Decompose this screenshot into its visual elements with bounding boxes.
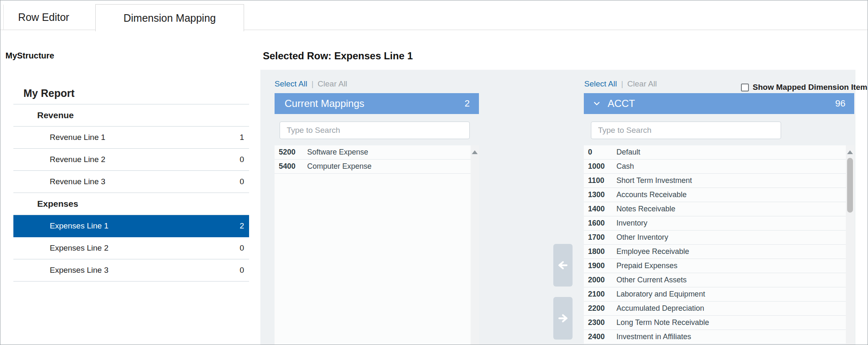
tree-row[interactable]: Expenses Line 2 0: [13, 237, 249, 259]
dimension-scrollbar-thumb[interactable]: [847, 158, 853, 213]
tree-row-label: Revenue Line 2: [50, 155, 239, 164]
dimension-list-item[interactable]: 2100 Laboratory and Equipment: [584, 287, 846, 302]
dimension-item-name: Long Term Note Receivable: [616, 318, 709, 327]
dimension-item-name: Accounts Receivable: [616, 190, 687, 199]
show-mapped-toggle[interactable]: Show Mapped Dimension Items: [741, 81, 853, 94]
mapping-list-item[interactable]: 5400 Computer Expense: [275, 160, 471, 174]
show-mapped-label: Show Mapped Dimension Items: [753, 83, 868, 92]
arrow-right-icon: [557, 312, 569, 325]
dimension-list-item[interactable]: 1700 Other Inventory: [584, 231, 846, 245]
dimension-list-item[interactable]: 1300 Accounts Receivable: [584, 188, 846, 202]
tree-row[interactable]: Expenses Line 3 0: [13, 259, 249, 282]
dimension-list-item[interactable]: 1800 Employee Receivable: [584, 245, 846, 259]
dimension-clear-all-link[interactable]: Clear All: [627, 79, 657, 89]
dimension-item-code: 1100: [588, 176, 606, 185]
scroll-up-icon[interactable]: [847, 150, 853, 154]
tree-row-label: Expenses Line 2: [50, 244, 239, 253]
mappings-clear-all-link[interactable]: Clear All: [318, 79, 347, 89]
dimension-list-item[interactable]: 2300 Long Term Note Receivable: [584, 316, 846, 330]
tree-row-label: Expenses: [37, 199, 244, 209]
report-tree: My Report Revenue Revenue Line 1 1 Reven…: [13, 82, 249, 282]
dimension-item-name: Inventory: [616, 219, 647, 228]
mapping-item-code: 5200: [279, 148, 297, 157]
mapping-item-code: 5400: [279, 162, 297, 171]
scroll-up-icon[interactable]: [472, 150, 478, 154]
dimension-item-name: Other Inventory: [616, 233, 668, 242]
show-mapped-checkbox[interactable]: [741, 84, 749, 91]
mapping-list-item[interactable]: 5200 Software Expense: [275, 145, 471, 160]
tree-row[interactable]: Revenue Line 2 0: [13, 149, 249, 171]
selected-row-heading: Selected Row: Expenses Line 1: [263, 50, 413, 62]
current-mappings-header: Current Mappings 2: [275, 93, 479, 114]
dimension-list-item[interactable]: 0 Default: [584, 145, 846, 160]
dimension-links-row: Select All | Clear All: [584, 78, 657, 90]
tree-row-label: Revenue Line 3: [50, 177, 239, 186]
dimension-item-name: Cash: [616, 162, 634, 171]
tree-row-label: Revenue: [37, 110, 244, 120]
tab-row-editor-label: Row Editor: [18, 11, 69, 23]
tab-dimension-mapping-label: Dimension Mapping: [124, 12, 216, 24]
link-separator: |: [311, 79, 313, 89]
mappings-scrollbar[interactable]: [471, 145, 479, 345]
dimension-list-item[interactable]: 2400 Investment in Affiliates: [584, 330, 846, 344]
current-mappings-title: Current Mappings: [285, 98, 465, 109]
arrow-left-icon: [557, 259, 569, 271]
dimension-item-code: 1800: [588, 247, 606, 256]
tree-row[interactable]: Expenses: [13, 193, 249, 215]
tree-row[interactable]: Revenue Line 1 1: [13, 127, 249, 149]
dimension-item-name: Prepaid Expenses: [616, 261, 677, 270]
dimension-item-code: 1400: [588, 205, 606, 213]
dimension-item-name: Investment in Affiliates: [616, 332, 691, 341]
dimension-item-code: 2300: [588, 318, 606, 327]
dimension-list-item[interactable]: 1900 Prepaid Expenses: [584, 259, 846, 273]
dimension-item-code: 1700: [588, 233, 606, 242]
dimension-item-code: 1300: [588, 190, 606, 199]
tree-row[interactable]: Expenses Line 1 2: [13, 215, 249, 237]
dimension-list-item[interactable]: 1000 Cash: [584, 160, 846, 174]
dimension-item-code: 1600: [588, 219, 606, 228]
dimension-item-code: 2100: [588, 290, 606, 299]
tab-row-editor[interactable]: Row Editor: [3, 5, 84, 30]
dimension-list-item[interactable]: 1600 Inventory: [584, 216, 846, 231]
mappings-select-all-link[interactable]: Select All: [275, 79, 307, 89]
dimension-list-item[interactable]: 2200 Accumulated Depreciation: [584, 302, 846, 316]
tree-row-count: 1: [239, 133, 244, 142]
tree-row[interactable]: My Report: [13, 82, 249, 104]
move-to-mappings-button[interactable]: [553, 244, 573, 287]
dimension-item-name: Short Term Investment: [616, 176, 692, 185]
mappings-search-input[interactable]: [280, 122, 470, 139]
tab-dimension-mapping[interactable]: Dimension Mapping: [95, 4, 244, 31]
tree-row-label: My Report: [23, 87, 244, 99]
dimension-item-name: Default: [616, 148, 640, 157]
dimension-item-code: 1900: [588, 261, 606, 270]
dimension-item-name: Notes Receivable: [616, 205, 675, 213]
dimension-item-name: Accumulated Depreciation: [616, 304, 704, 313]
dimension-select-all-link[interactable]: Select All: [584, 79, 617, 89]
tree-row-label: Expenses Line 1: [50, 221, 239, 231]
tree-row-count: 0: [239, 177, 244, 186]
dimension-mapping-window: Row Editor Dimension Mapping MyStructure…: [0, 0, 868, 345]
dimension-list-item[interactable]: 1400 Notes Receivable: [584, 202, 846, 216]
dimension-item-code: 1000: [588, 162, 606, 171]
tree-row-count: 0: [239, 266, 244, 275]
tree-row-count: 2: [239, 221, 244, 231]
dimension-item-code: 0: [588, 148, 606, 157]
tree-row[interactable]: Revenue Line 3 0: [13, 171, 249, 193]
mapping-item-name: Software Expense: [307, 148, 368, 157]
tree-row-count: 0: [239, 244, 244, 253]
link-separator: |: [621, 79, 623, 89]
current-mappings-list: 5200 Software Expense 5400 Computer Expe…: [275, 145, 479, 345]
dimension-search-input[interactable]: [591, 122, 781, 139]
acct-dimension-list: 0 Default 1000 Cash 1100 Short Term Inve…: [584, 145, 854, 345]
acct-dimension-header[interactable]: ACCT 96: [584, 93, 854, 114]
acct-dimension-count: 96: [835, 98, 845, 109]
dimension-item-code: 2400: [588, 332, 606, 341]
mappings-links-row: Select All | Clear All: [275, 78, 347, 90]
move-to-dimension-button[interactable]: [553, 297, 573, 340]
dimension-item-name: Employee Receivable: [616, 247, 689, 256]
dimension-scrollbar[interactable]: [846, 145, 854, 345]
tree-row[interactable]: Revenue: [13, 104, 249, 127]
dimension-list-item[interactable]: 2000 Other Current Assets: [584, 273, 846, 287]
chevron-down-icon: [592, 99, 601, 108]
dimension-list-item[interactable]: 1100 Short Term Investment: [584, 174, 846, 188]
